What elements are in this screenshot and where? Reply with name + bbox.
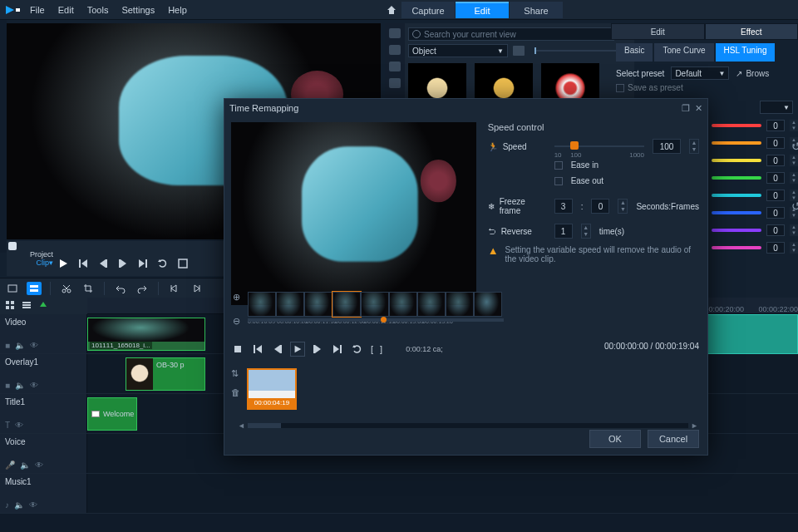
mute-icon[interactable]: 🔈 bbox=[20, 461, 30, 470]
redo-icon[interactable] bbox=[135, 282, 150, 295]
step-fwd-icon[interactable] bbox=[116, 257, 130, 270]
tab-capture[interactable]: Capture bbox=[401, 2, 455, 18]
play-icon[interactable] bbox=[57, 257, 70, 270]
menu-settings[interactable]: Settings bbox=[121, 5, 155, 15]
menu-file[interactable]: File bbox=[30, 5, 45, 15]
cat-icon[interactable] bbox=[389, 45, 401, 55]
cut-icon[interactable] bbox=[59, 282, 74, 295]
hsl-value[interactable]: 0 bbox=[766, 190, 785, 201]
cat-icon[interactable] bbox=[389, 62, 401, 71]
fs-thumb[interactable] bbox=[248, 292, 276, 317]
visibility-icon[interactable]: 👁 bbox=[29, 500, 37, 510]
overlay-clip[interactable]: OB-30 p bbox=[126, 357, 205, 391]
visibility-icon[interactable]: 👁 bbox=[30, 341, 38, 350]
play-icon[interactable] bbox=[291, 342, 304, 356]
video-clip[interactable]: 101111_165018_i... bbox=[87, 318, 205, 351]
fx-sub-basic[interactable]: Basic bbox=[616, 43, 653, 62]
trash-icon[interactable]: 🗑 bbox=[231, 387, 240, 397]
hsl-value[interactable]: 0 bbox=[766, 172, 785, 184]
stop-icon[interactable] bbox=[231, 342, 244, 356]
fs-thumb[interactable] bbox=[332, 292, 361, 317]
fx-tab-edit[interactable]: Edit bbox=[611, 23, 705, 40]
reset-icon[interactable]: ↺ bbox=[791, 200, 798, 213]
freeze-frm[interactable]: 0 bbox=[591, 199, 609, 214]
mute-icon[interactable]: 🔈 bbox=[14, 500, 24, 510]
browse-button[interactable]: ↗Brows bbox=[736, 69, 769, 78]
speed-value[interactable]: 100 bbox=[653, 139, 681, 154]
freeze-sec[interactable]: 3 bbox=[554, 199, 573, 214]
cat-icon[interactable] bbox=[389, 28, 401, 38]
hsl-spinner[interactable]: ▲▼ bbox=[790, 224, 798, 236]
fs-thumb[interactable] bbox=[417, 292, 446, 317]
hsl-value[interactable]: 0 bbox=[766, 120, 785, 131]
bracket-in-icon[interactable]: [ bbox=[371, 344, 373, 354]
list-icon[interactable] bbox=[22, 300, 32, 312]
easein-checkbox[interactable] bbox=[554, 161, 563, 170]
mute-icon[interactable]: 🔈 bbox=[15, 381, 25, 390]
hsl-value[interactable]: 0 bbox=[766, 137, 785, 149]
speed-slider[interactable]: 10 100 1000 bbox=[554, 140, 644, 153]
step-back-icon[interactable] bbox=[96, 257, 110, 270]
segment-scrollbar[interactable]: ◄► bbox=[248, 423, 688, 428]
hsl-spinner[interactable]: ▲▼ bbox=[790, 120, 798, 131]
next-icon[interactable] bbox=[331, 342, 344, 356]
reset-icon[interactable]: ↺ bbox=[791, 140, 798, 153]
mark-out-icon[interactable] bbox=[189, 282, 204, 295]
category-combo[interactable]: Object▼ bbox=[408, 44, 508, 57]
bracket-out-icon[interactable]: ] bbox=[380, 344, 382, 354]
timeline-mode-icon[interactable] bbox=[27, 282, 42, 295]
cancel-button[interactable]: Cancel bbox=[648, 430, 699, 448]
fs-thumb[interactable] bbox=[304, 292, 332, 317]
music-icon[interactable]: ♪ bbox=[5, 500, 9, 510]
segment-thumb[interactable]: 00:00:04:19 bbox=[247, 368, 297, 410]
camera-icon[interactable]: ■ bbox=[5, 341, 10, 350]
cat-icon[interactable] bbox=[389, 78, 401, 88]
tab-edit[interactable]: Edit bbox=[456, 2, 509, 18]
folder-icon[interactable] bbox=[513, 46, 525, 56]
fx-sub-hsltuning[interactable]: HSL Tuning bbox=[716, 43, 776, 62]
hsl-value[interactable]: 0 bbox=[766, 224, 785, 236]
home-icon[interactable] bbox=[382, 2, 401, 18]
crop-icon[interactable] bbox=[81, 282, 96, 295]
title-clip[interactable]: Welcome bbox=[87, 397, 137, 431]
restore-icon[interactable]: ❐ bbox=[682, 103, 690, 114]
menu-help[interactable]: Help bbox=[168, 5, 187, 15]
visibility-icon[interactable]: 👁 bbox=[15, 421, 23, 430]
next-clip-icon[interactable] bbox=[136, 257, 150, 270]
prev-clip-icon[interactable] bbox=[76, 257, 90, 270]
undo-icon[interactable] bbox=[113, 282, 128, 295]
storyboard-mode-icon[interactable] bbox=[5, 282, 20, 295]
prev-icon[interactable] bbox=[251, 342, 264, 356]
tab-share[interactable]: Share bbox=[510, 2, 563, 18]
fs-thumb[interactable] bbox=[446, 292, 474, 317]
easeout-checkbox[interactable] bbox=[554, 177, 563, 185]
stepfwd-icon[interactable] bbox=[311, 342, 324, 356]
fs-thumb[interactable] bbox=[389, 292, 417, 317]
menu-tools[interactable]: Tools bbox=[87, 5, 109, 15]
fx-sub-tonecurve[interactable]: Tone Curve bbox=[654, 43, 713, 62]
fullscreen-icon[interactable] bbox=[176, 257, 190, 270]
mute-icon[interactable]: 🔈 bbox=[15, 341, 25, 350]
fs-thumb[interactable] bbox=[361, 292, 389, 317]
freeze-spinner[interactable]: ▲▼ bbox=[618, 199, 628, 214]
visibility-icon[interactable]: 👁 bbox=[35, 461, 43, 470]
fs-thumb[interactable] bbox=[474, 292, 502, 317]
arrow-up-icon[interactable] bbox=[38, 300, 48, 312]
project-clip-toggle[interactable]: ProjectClip▾ bbox=[13, 251, 53, 268]
close-icon[interactable]: ✕ bbox=[695, 103, 702, 114]
video-clip-right[interactable] bbox=[707, 314, 798, 354]
hsl-value[interactable]: 0 bbox=[766, 207, 785, 219]
speed-spinner[interactable]: ▲▼ bbox=[689, 139, 699, 154]
mic-icon[interactable]: 🎤 bbox=[5, 461, 15, 470]
hsl-spinner[interactable]: ▲▼ bbox=[790, 242, 798, 254]
zoom-out-icon[interactable]: ⊖ bbox=[233, 316, 240, 327]
camera-icon[interactable]: ■ bbox=[5, 381, 10, 390]
reverse-value[interactable]: 1 bbox=[554, 224, 573, 239]
loop-icon[interactable] bbox=[156, 257, 170, 270]
hsl-channel-combo[interactable]: ▼ bbox=[760, 101, 793, 114]
menu-edit[interactable]: Edit bbox=[58, 5, 74, 15]
preset-combo[interactable]: Default▼ bbox=[671, 66, 729, 80]
fx-tab-effect[interactable]: Effect bbox=[705, 23, 799, 40]
reorder-icon[interactable]: ⇅ bbox=[231, 368, 240, 379]
visibility-icon[interactable]: 👁 bbox=[30, 381, 38, 390]
